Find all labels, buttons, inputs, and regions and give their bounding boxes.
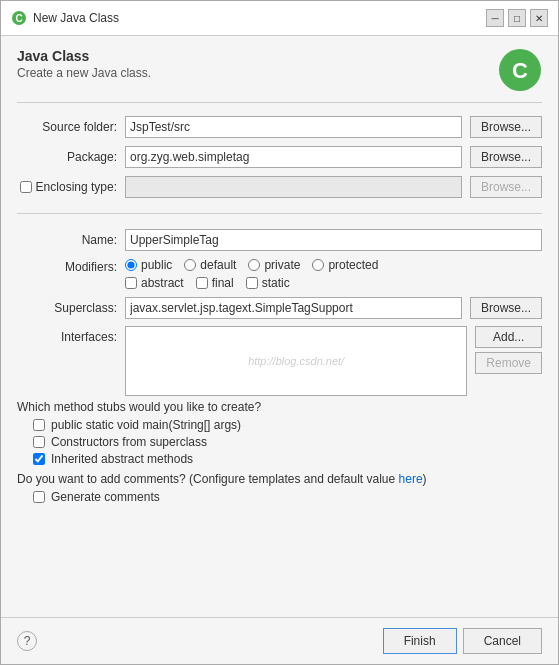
stubs-section: Which method stubs would you like to cre… bbox=[17, 400, 542, 466]
superclass-label: Superclass: bbox=[17, 301, 117, 315]
source-folder-input[interactable] bbox=[125, 116, 462, 138]
stubs-option-inherited[interactable]: Inherited abstract methods bbox=[33, 452, 542, 466]
help-button[interactable]: ? bbox=[17, 631, 37, 651]
form-section: Source folder: Browse... Package: Browse… bbox=[17, 115, 542, 396]
modifiers-row-1: public default private protected bbox=[125, 258, 378, 272]
interfaces-remove-button[interactable]: Remove bbox=[475, 352, 542, 374]
stubs-inherited-checkbox[interactable] bbox=[33, 453, 45, 465]
name-row: Name: bbox=[17, 228, 542, 252]
name-label: Name: bbox=[17, 233, 117, 247]
minimize-button[interactable]: ─ bbox=[486, 9, 504, 27]
close-button[interactable]: ✕ bbox=[530, 9, 548, 27]
stubs-option-main[interactable]: public static void main(String[] args) bbox=[33, 418, 542, 432]
divider1 bbox=[17, 213, 542, 214]
source-folder-label: Source folder: bbox=[17, 120, 117, 134]
stubs-option-constructors[interactable]: Constructors from superclass bbox=[33, 435, 542, 449]
dialog-header: Java Class Create a new Java class. C bbox=[17, 48, 542, 103]
cancel-button[interactable]: Cancel bbox=[463, 628, 542, 654]
interfaces-row: Interfaces: http://blog.csdn.net/ Add...… bbox=[17, 326, 542, 396]
comments-section: Do you want to add comments? (Configure … bbox=[17, 472, 542, 504]
stubs-question: Which method stubs would you like to cre… bbox=[17, 400, 542, 414]
title-bar-left: C New Java Class bbox=[11, 10, 119, 26]
interfaces-buttons: Add... Remove bbox=[475, 326, 542, 374]
svg-text:C: C bbox=[15, 13, 22, 24]
dialog-title: Java Class bbox=[17, 48, 151, 64]
modifier-default[interactable]: default bbox=[184, 258, 236, 272]
superclass-input[interactable] bbox=[125, 297, 462, 319]
modifiers-row-2: abstract final static bbox=[125, 276, 378, 290]
modifiers-label: Modifiers: bbox=[17, 258, 117, 274]
modifier-static[interactable]: static bbox=[246, 276, 290, 290]
package-browse-button[interactable]: Browse... bbox=[470, 146, 542, 168]
superclass-browse-button[interactable]: Browse... bbox=[470, 297, 542, 319]
comments-option[interactable]: Generate comments bbox=[33, 490, 542, 504]
superclass-row: Superclass: Browse... bbox=[17, 296, 542, 320]
window-title: New Java Class bbox=[33, 11, 119, 25]
package-row: Package: Browse... bbox=[17, 145, 542, 169]
enclosing-type-label: Enclosing type: bbox=[36, 180, 117, 194]
stubs-option1-label: public static void main(String[] args) bbox=[51, 418, 241, 432]
enclosing-type-row: Enclosing type: Browse... bbox=[17, 175, 542, 199]
modifiers-row: Modifiers: public default pr bbox=[17, 258, 542, 290]
modifier-protected[interactable]: protected bbox=[312, 258, 378, 272]
java-logo-icon: C bbox=[498, 48, 542, 92]
stubs-options: public static void main(String[] args) C… bbox=[33, 418, 542, 466]
footer-buttons: Finish Cancel bbox=[383, 628, 542, 654]
modifier-final[interactable]: final bbox=[196, 276, 234, 290]
dialog-content: Java Class Create a new Java class. C So… bbox=[1, 36, 558, 617]
interfaces-label: Interfaces: bbox=[17, 326, 117, 344]
interfaces-add-button[interactable]: Add... bbox=[475, 326, 542, 348]
stubs-option2-label: Constructors from superclass bbox=[51, 435, 207, 449]
header-text: Java Class Create a new Java class. bbox=[17, 48, 151, 80]
finish-button[interactable]: Finish bbox=[383, 628, 457, 654]
modifier-public[interactable]: public bbox=[125, 258, 172, 272]
stubs-constructors-checkbox[interactable] bbox=[33, 436, 45, 448]
comments-question: Do you want to add comments? (Configure … bbox=[17, 472, 542, 486]
stubs-main-checkbox[interactable] bbox=[33, 419, 45, 431]
modifier-private[interactable]: private bbox=[248, 258, 300, 272]
generate-comments-label: Generate comments bbox=[51, 490, 160, 504]
new-java-class-dialog: C New Java Class ─ □ ✕ Java Class Create… bbox=[0, 0, 559, 665]
package-input[interactable] bbox=[125, 146, 462, 168]
interfaces-list: http://blog.csdn.net/ bbox=[125, 326, 467, 396]
comments-question-suffix: ) bbox=[423, 472, 427, 486]
title-bar: C New Java Class ─ □ ✕ bbox=[1, 1, 558, 36]
enclosing-browse-button[interactable]: Browse... bbox=[470, 176, 542, 198]
maximize-button[interactable]: □ bbox=[508, 9, 526, 27]
stubs-option3-label: Inherited abstract methods bbox=[51, 452, 193, 466]
modifiers-grid: public default private protected bbox=[125, 258, 378, 290]
package-label: Package: bbox=[17, 150, 117, 164]
source-folder-browse-button[interactable]: Browse... bbox=[470, 116, 542, 138]
source-folder-row: Source folder: Browse... bbox=[17, 115, 542, 139]
enclosing-type-checkbox[interactable] bbox=[20, 181, 32, 193]
dialog-footer: ? Finish Cancel bbox=[1, 617, 558, 664]
enclosing-type-input[interactable] bbox=[125, 176, 462, 198]
svg-text:C: C bbox=[512, 58, 528, 83]
generate-comments-checkbox[interactable] bbox=[33, 491, 45, 503]
window-icon: C bbox=[11, 10, 27, 26]
dialog-subtitle: Create a new Java class. bbox=[17, 66, 151, 80]
title-controls: ─ □ ✕ bbox=[486, 9, 548, 27]
modifier-abstract[interactable]: abstract bbox=[125, 276, 184, 290]
name-input[interactable] bbox=[125, 229, 542, 251]
comments-question-prefix: Do you want to add comments? (Configure … bbox=[17, 472, 399, 486]
comments-here-link[interactable]: here bbox=[399, 472, 423, 486]
